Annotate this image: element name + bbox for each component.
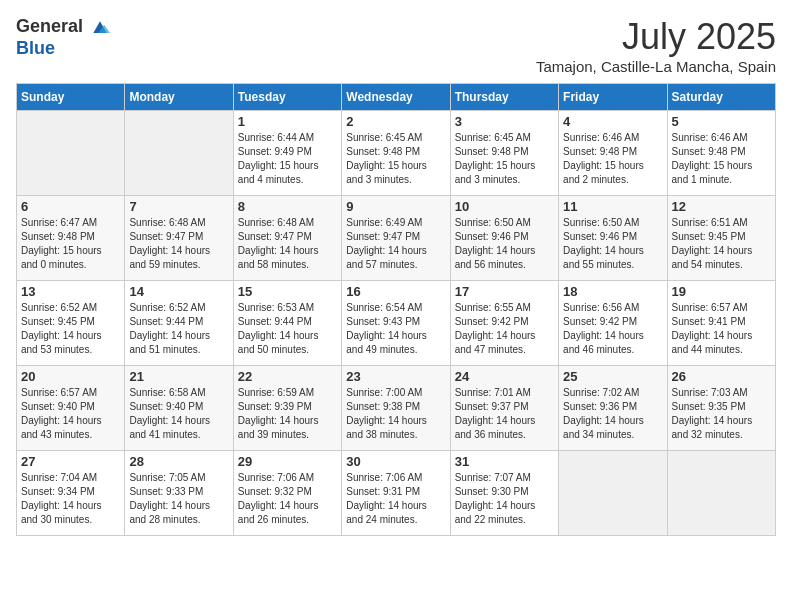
cell-content: Sunrise: 7:06 AMSunset: 9:31 PMDaylight:… <box>346 471 445 527</box>
logo: General Blue <box>16 16 110 59</box>
sunrise-label: Sunrise: 6:52 AM <box>129 302 205 313</box>
day-number: 2 <box>346 114 445 129</box>
daylight-label: Daylight: 14 hours and 59 minutes. <box>129 245 210 270</box>
sunrise-label: Sunrise: 6:55 AM <box>455 302 531 313</box>
sunrise-label: Sunrise: 6:44 AM <box>238 132 314 143</box>
cell-content: Sunrise: 6:47 AMSunset: 9:48 PMDaylight:… <box>21 216 120 272</box>
sunrise-label: Sunrise: 6:48 AM <box>129 217 205 228</box>
cell-content: Sunrise: 6:45 AMSunset: 9:48 PMDaylight:… <box>455 131 554 187</box>
cell-content: Sunrise: 7:03 AMSunset: 9:35 PMDaylight:… <box>672 386 771 442</box>
day-number: 1 <box>238 114 337 129</box>
sunrise-label: Sunrise: 7:07 AM <box>455 472 531 483</box>
cell-content: Sunrise: 6:52 AMSunset: 9:44 PMDaylight:… <box>129 301 228 357</box>
day-number: 10 <box>455 199 554 214</box>
calendar-cell <box>559 451 667 536</box>
calendar-cell: 12Sunrise: 6:51 AMSunset: 9:45 PMDayligh… <box>667 196 775 281</box>
logo-icon <box>90 18 110 38</box>
weekday-header: Tuesday <box>233 84 341 111</box>
calendar-cell: 7Sunrise: 6:48 AMSunset: 9:47 PMDaylight… <box>125 196 233 281</box>
cell-content: Sunrise: 6:59 AMSunset: 9:39 PMDaylight:… <box>238 386 337 442</box>
cell-content: Sunrise: 7:07 AMSunset: 9:30 PMDaylight:… <box>455 471 554 527</box>
sunrise-label: Sunrise: 6:48 AM <box>238 217 314 228</box>
calendar-cell: 16Sunrise: 6:54 AMSunset: 9:43 PMDayligh… <box>342 281 450 366</box>
daylight-label: Daylight: 14 hours and 39 minutes. <box>238 415 319 440</box>
sunset-label: Sunset: 9:49 PM <box>238 146 312 157</box>
sunset-label: Sunset: 9:47 PM <box>346 231 420 242</box>
calendar-cell: 15Sunrise: 6:53 AMSunset: 9:44 PMDayligh… <box>233 281 341 366</box>
daylight-label: Daylight: 14 hours and 49 minutes. <box>346 330 427 355</box>
cell-content: Sunrise: 6:50 AMSunset: 9:46 PMDaylight:… <box>563 216 662 272</box>
sunset-label: Sunset: 9:30 PM <box>455 486 529 497</box>
cell-content: Sunrise: 6:48 AMSunset: 9:47 PMDaylight:… <box>238 216 337 272</box>
sunset-label: Sunset: 9:48 PM <box>563 146 637 157</box>
day-number: 16 <box>346 284 445 299</box>
cell-content: Sunrise: 7:02 AMSunset: 9:36 PMDaylight:… <box>563 386 662 442</box>
calendar-cell: 25Sunrise: 7:02 AMSunset: 9:36 PMDayligh… <box>559 366 667 451</box>
cell-content: Sunrise: 6:52 AMSunset: 9:45 PMDaylight:… <box>21 301 120 357</box>
day-number: 14 <box>129 284 228 299</box>
cell-content: Sunrise: 6:45 AMSunset: 9:48 PMDaylight:… <box>346 131 445 187</box>
daylight-label: Daylight: 14 hours and 56 minutes. <box>455 245 536 270</box>
sunset-label: Sunset: 9:47 PM <box>129 231 203 242</box>
calendar-cell: 22Sunrise: 6:59 AMSunset: 9:39 PMDayligh… <box>233 366 341 451</box>
sunset-label: Sunset: 9:38 PM <box>346 401 420 412</box>
title-block: July 2025 Tamajon, Castille-La Mancha, S… <box>536 16 776 75</box>
cell-content: Sunrise: 6:54 AMSunset: 9:43 PMDaylight:… <box>346 301 445 357</box>
location-title: Tamajon, Castille-La Mancha, Spain <box>536 58 776 75</box>
calendar-cell: 14Sunrise: 6:52 AMSunset: 9:44 PMDayligh… <box>125 281 233 366</box>
cell-content: Sunrise: 6:57 AMSunset: 9:41 PMDaylight:… <box>672 301 771 357</box>
calendar-cell: 11Sunrise: 6:50 AMSunset: 9:46 PMDayligh… <box>559 196 667 281</box>
daylight-label: Daylight: 15 hours and 3 minutes. <box>346 160 427 185</box>
sunset-label: Sunset: 9:46 PM <box>563 231 637 242</box>
day-number: 8 <box>238 199 337 214</box>
sunset-label: Sunset: 9:40 PM <box>129 401 203 412</box>
sunrise-label: Sunrise: 6:49 AM <box>346 217 422 228</box>
calendar-week-row: 6Sunrise: 6:47 AMSunset: 9:48 PMDaylight… <box>17 196 776 281</box>
cell-content: Sunrise: 7:04 AMSunset: 9:34 PMDaylight:… <box>21 471 120 527</box>
sunrise-label: Sunrise: 6:50 AM <box>563 217 639 228</box>
daylight-label: Daylight: 14 hours and 54 minutes. <box>672 245 753 270</box>
calendar-cell: 20Sunrise: 6:57 AMSunset: 9:40 PMDayligh… <box>17 366 125 451</box>
day-number: 12 <box>672 199 771 214</box>
sunset-label: Sunset: 9:31 PM <box>346 486 420 497</box>
sunset-label: Sunset: 9:48 PM <box>455 146 529 157</box>
daylight-label: Daylight: 14 hours and 32 minutes. <box>672 415 753 440</box>
cell-content: Sunrise: 7:06 AMSunset: 9:32 PMDaylight:… <box>238 471 337 527</box>
calendar-cell: 6Sunrise: 6:47 AMSunset: 9:48 PMDaylight… <box>17 196 125 281</box>
sunrise-label: Sunrise: 6:57 AM <box>21 387 97 398</box>
daylight-label: Daylight: 15 hours and 4 minutes. <box>238 160 319 185</box>
sunrise-label: Sunrise: 6:54 AM <box>346 302 422 313</box>
weekday-header: Sunday <box>17 84 125 111</box>
sunset-label: Sunset: 9:46 PM <box>455 231 529 242</box>
sunrise-label: Sunrise: 6:46 AM <box>563 132 639 143</box>
day-number: 15 <box>238 284 337 299</box>
logo-general: General <box>16 16 83 36</box>
sunset-label: Sunset: 9:48 PM <box>346 146 420 157</box>
day-number: 4 <box>563 114 662 129</box>
calendar-cell: 17Sunrise: 6:55 AMSunset: 9:42 PMDayligh… <box>450 281 558 366</box>
sunset-label: Sunset: 9:41 PM <box>672 316 746 327</box>
sunrise-label: Sunrise: 6:51 AM <box>672 217 748 228</box>
daylight-label: Daylight: 14 hours and 22 minutes. <box>455 500 536 525</box>
cell-content: Sunrise: 6:46 AMSunset: 9:48 PMDaylight:… <box>563 131 662 187</box>
calendar-week-row: 13Sunrise: 6:52 AMSunset: 9:45 PMDayligh… <box>17 281 776 366</box>
daylight-label: Daylight: 14 hours and 53 minutes. <box>21 330 102 355</box>
day-number: 26 <box>672 369 771 384</box>
sunrise-label: Sunrise: 7:00 AM <box>346 387 422 398</box>
sunrise-label: Sunrise: 6:52 AM <box>21 302 97 313</box>
day-number: 11 <box>563 199 662 214</box>
sunset-label: Sunset: 9:44 PM <box>129 316 203 327</box>
sunrise-label: Sunrise: 6:53 AM <box>238 302 314 313</box>
day-number: 27 <box>21 454 120 469</box>
day-number: 22 <box>238 369 337 384</box>
calendar-cell: 21Sunrise: 6:58 AMSunset: 9:40 PMDayligh… <box>125 366 233 451</box>
daylight-label: Daylight: 14 hours and 47 minutes. <box>455 330 536 355</box>
daylight-label: Daylight: 14 hours and 30 minutes. <box>21 500 102 525</box>
sunset-label: Sunset: 9:47 PM <box>238 231 312 242</box>
calendar-cell: 28Sunrise: 7:05 AMSunset: 9:33 PMDayligh… <box>125 451 233 536</box>
day-number: 9 <box>346 199 445 214</box>
cell-content: Sunrise: 7:01 AMSunset: 9:37 PMDaylight:… <box>455 386 554 442</box>
cell-content: Sunrise: 6:56 AMSunset: 9:42 PMDaylight:… <box>563 301 662 357</box>
daylight-label: Daylight: 15 hours and 0 minutes. <box>21 245 102 270</box>
calendar-cell: 9Sunrise: 6:49 AMSunset: 9:47 PMDaylight… <box>342 196 450 281</box>
